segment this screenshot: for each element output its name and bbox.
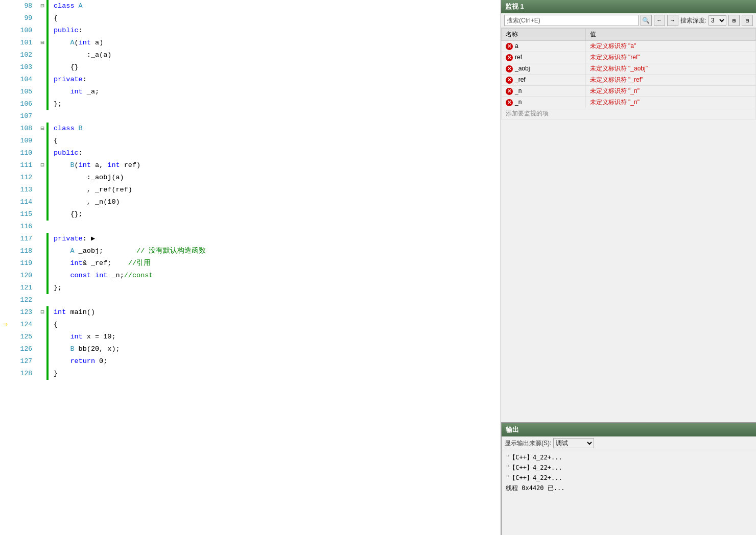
line-number: 125	[10, 331, 38, 343]
change-bar	[46, 172, 49, 184]
watch-row-value: 未定义标识符 "_n"	[585, 97, 755, 108]
fold-gutter[interactable]: ⊟	[38, 0, 46, 12]
code-line: 125 int x = 10;	[0, 331, 501, 343]
output-source-select[interactable]: 调试	[553, 438, 594, 448]
watch-row-value: 未定义标识符 "_ref"	[585, 75, 755, 86]
code-text: {}	[54, 63, 79, 71]
expand-icon: ⊟	[746, 17, 749, 24]
code-content: int x = 10;	[50, 331, 501, 343]
code-text: {	[54, 137, 58, 144]
code-text: (	[75, 161, 79, 169]
watch-table: 名称 值 ✕a未定义标识符 "a"✕ref未定义标识符 "ref"✕_aobj未…	[501, 28, 756, 119]
watch-row-value: 未定义标识符 "_aobj"	[585, 63, 755, 75]
code-content: class A	[50, 0, 501, 12]
code-text: x = 10;	[83, 333, 116, 341]
watch-expand-button[interactable]: ⊟	[742, 15, 753, 26]
fold-gutter[interactable]: ⊟	[38, 37, 46, 49]
class-name: A	[70, 247, 74, 255]
line-number: 105	[10, 86, 38, 98]
watch-row[interactable]: ✕_aobj未定义标识符 "_aobj"	[502, 63, 756, 75]
code-lines-container: 98⊟class A99{100public:101⊟ A(int a)102 …	[0, 0, 501, 535]
line-number: 99	[10, 12, 38, 25]
arrow-indicator: ⇒	[0, 319, 10, 331]
change-bar	[46, 135, 49, 147]
line-number: 103	[10, 61, 38, 74]
code-text: {	[54, 14, 58, 22]
watch-row[interactable]: ✕_ref未定义标识符 "_ref"	[502, 75, 756, 86]
code-text: {	[54, 321, 58, 328]
watch-col-value: 值	[585, 29, 755, 41]
change-bar	[46, 49, 49, 61]
class-name: B	[79, 125, 83, 132]
watch-row[interactable]: ✕_n未定义标识符 "_n"	[502, 97, 756, 108]
watch-row[interactable]: ✕a未定义标识符 "a"	[502, 41, 756, 52]
watch-row-value: 未定义标识符 "_n"	[585, 86, 755, 97]
keyword: public	[54, 27, 79, 34]
code-content: public:	[50, 25, 501, 37]
watch-depth-select[interactable]: 3	[708, 15, 726, 26]
code-text: {};	[54, 210, 83, 218]
comment: // 没有默认构造函数	[103, 247, 206, 255]
code-line: 99{	[0, 12, 501, 25]
fold-gutter[interactable]: ⊟	[38, 159, 46, 172]
code-text	[54, 357, 70, 365]
line-number: 109	[10, 135, 38, 147]
search-icon: 🔍	[642, 17, 650, 25]
code-content: }	[50, 368, 501, 380]
comment: //const	[124, 272, 153, 279]
pin-icon: ⊞	[733, 17, 736, 24]
function-name: main	[70, 308, 86, 316]
line-number: 116	[10, 221, 38, 233]
keyword: class	[54, 2, 79, 10]
change-bar	[46, 37, 49, 49]
code-content: B(int a, int ref)	[50, 159, 501, 172]
line-number: 127	[10, 355, 38, 368]
code-text: :_aobj(a)	[54, 174, 124, 181]
output-line: "【C++】4_22+...	[506, 452, 752, 463]
change-bar	[46, 98, 49, 110]
keyword: int	[95, 272, 107, 279]
watch-pin-button[interactable]: ⊞	[728, 15, 740, 26]
fold-gutter[interactable]: ⊟	[38, 123, 46, 135]
code-text: , _ref(ref)	[54, 186, 132, 193]
watch-add-row[interactable]: 添加要监视的项	[502, 108, 756, 119]
code-line: 111⊟ B(int a, int ref)	[0, 159, 501, 172]
code-line: 100public:	[0, 25, 501, 37]
line-number: 112	[10, 172, 38, 184]
keyword: int	[107, 161, 120, 169]
code-line: 119 int& _ref; //引用	[0, 257, 501, 270]
watch-row[interactable]: ✕_n未定义标识符 "_n"	[502, 86, 756, 97]
watch-search-box[interactable]: 搜索(Ctrl+E)	[504, 15, 639, 26]
fold-gutter[interactable]: ⊟	[38, 306, 46, 319]
change-bar	[46, 159, 49, 172]
code-text: };	[54, 100, 62, 108]
line-number: 108	[10, 123, 38, 135]
watch-row[interactable]: ✕ref未定义标识符 "ref"	[502, 52, 756, 63]
output-title-bar: 输出	[502, 423, 756, 436]
code-text: :	[79, 27, 83, 34]
output-line: "【C++】4_22+...	[506, 473, 752, 483]
code-line: 101⊟ A(int a)	[0, 37, 501, 49]
error-icon: ✕	[506, 77, 513, 84]
watch-back-button[interactable]: ←	[654, 15, 665, 26]
watch-search-button[interactable]: 🔍	[641, 15, 652, 26]
code-content: {	[50, 319, 501, 331]
code-content: };	[50, 282, 501, 294]
watch-forward-button[interactable]: →	[667, 15, 678, 26]
code-line: 121};	[0, 282, 501, 294]
arrow-left-icon: ←	[657, 17, 661, 23]
code-content: {	[50, 135, 501, 147]
code-editor: 98⊟class A99{100public:101⊟ A(int a)102 …	[0, 0, 501, 535]
watch-title-bar: 监视 1	[501, 0, 756, 13]
change-bar	[46, 147, 49, 159]
code-text	[54, 247, 70, 255]
code-line: 115 {};	[0, 208, 501, 221]
output-title: 输出	[506, 426, 519, 433]
code-line: ⇒124{	[0, 319, 501, 331]
code-line: 128}	[0, 368, 501, 380]
watch-row-name: ✕_ref	[502, 75, 586, 86]
keyword: int	[70, 259, 82, 267]
code-content: const int _n;//const	[50, 270, 501, 282]
arrow-right-icon: →	[671, 17, 674, 23]
code-content: return 0;	[50, 355, 501, 368]
